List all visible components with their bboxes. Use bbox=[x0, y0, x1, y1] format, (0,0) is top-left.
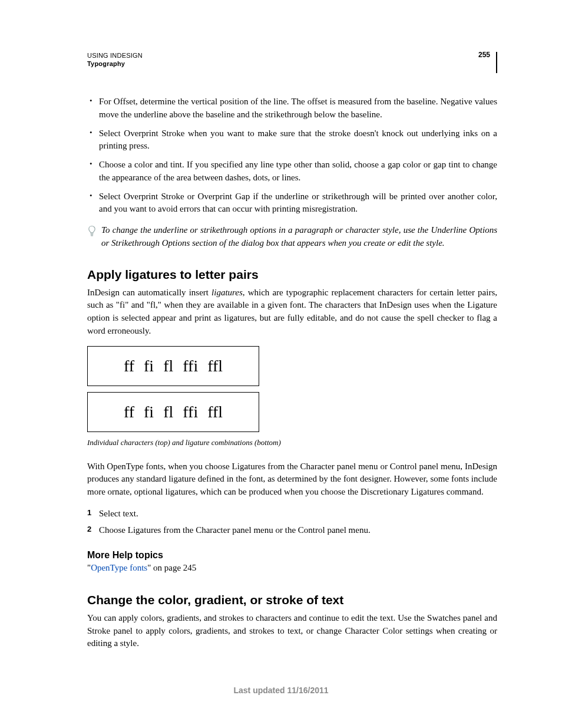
running-head-left: USING INDESIGN Typography bbox=[87, 52, 489, 67]
ligature-example-individual: ff fi fl ffi ffl bbox=[87, 346, 259, 386]
more-help-heading: More Help topics bbox=[87, 550, 497, 561]
lightbulb-icon bbox=[87, 225, 98, 241]
bullet-item: Select Overprint Stroke or Overprint Gap… bbox=[87, 190, 497, 216]
heading-change-color: Change the color, gradient, or stroke of… bbox=[87, 593, 497, 607]
heading-ligatures: Apply ligatures to letter pairs bbox=[87, 268, 497, 282]
glyph: fl bbox=[163, 357, 173, 375]
ligatures-intro: InDesign can automatically insert ligatu… bbox=[87, 286, 497, 338]
footer-last-updated: Last updated 11/16/2011 bbox=[0, 686, 562, 695]
page-number: 255 bbox=[478, 51, 490, 59]
steps-list: Select text. Choose Ligatures from the C… bbox=[87, 507, 497, 537]
page: USING INDESIGN Typography 255 For Offset… bbox=[0, 0, 562, 728]
ligatures-body-2: With OpenType fonts, when you choose Lig… bbox=[87, 460, 497, 499]
glyph: ff bbox=[124, 403, 134, 421]
tip-text: To change the underline or strikethrough… bbox=[101, 224, 497, 250]
text: " on page 245 bbox=[147, 563, 196, 572]
glyph: ffi bbox=[183, 403, 198, 421]
glyph: fl bbox=[163, 403, 173, 421]
glyph: ffl bbox=[207, 357, 223, 375]
more-help-line: "OpenType fonts" on page 245 bbox=[87, 563, 497, 573]
step-item: Select text. bbox=[87, 507, 497, 521]
ligature-example-combined: ff fi fl ffi ffl bbox=[87, 392, 259, 432]
change-color-body: You can apply colors, gradients, and str… bbox=[87, 612, 497, 650]
glyph: fi bbox=[144, 403, 154, 421]
bullet-item: Select Overprint Stroke when you want to… bbox=[87, 127, 497, 153]
bullet-item: For Offset, determine the vertical posit… bbox=[87, 95, 497, 121]
ligature-figure: ff fi fl ffi ffl ff fi fl ffi ffl bbox=[87, 346, 497, 432]
text: InDesign can automatically insert bbox=[87, 288, 211, 297]
document-section: Typography bbox=[87, 60, 489, 67]
glyph: ffl bbox=[207, 403, 223, 421]
glyph: fi bbox=[144, 357, 154, 375]
step-item: Choose Ligatures from the Character pane… bbox=[87, 523, 497, 537]
running-head: USING INDESIGN Typography 255 bbox=[87, 52, 497, 73]
glyph: ff bbox=[124, 357, 134, 375]
glyph: ffi bbox=[183, 357, 198, 375]
link-opentype-fonts[interactable]: OpenType fonts bbox=[91, 563, 147, 572]
tip-note: To change the underline or strikethrough… bbox=[87, 224, 497, 250]
figure-caption: Individual characters (top) and ligature… bbox=[87, 438, 497, 447]
emphasis-ligatures: ligatures bbox=[211, 288, 243, 297]
document-title: USING INDESIGN bbox=[87, 52, 489, 59]
bullet-item: Choose a color and tint. If you specifie… bbox=[87, 159, 497, 185]
options-bullet-list: For Offset, determine the vertical posit… bbox=[87, 95, 497, 216]
